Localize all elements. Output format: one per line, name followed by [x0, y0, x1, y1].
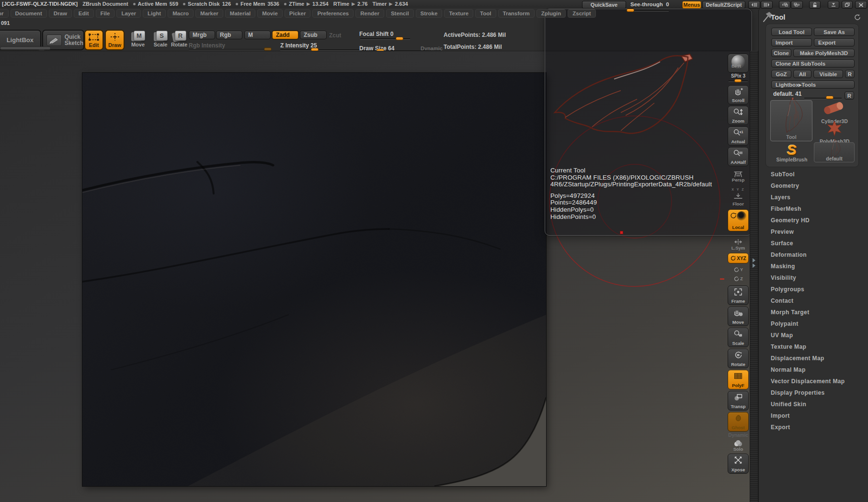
- menu-item[interactable]: Zscript: [568, 9, 595, 18]
- goz-all-button[interactable]: All: [793, 70, 811, 78]
- save-as-button[interactable]: Save As: [814, 28, 855, 36]
- actual-button[interactable]: x1 Actual: [728, 126, 749, 146]
- focal-shift-slider-handle[interactable]: [396, 37, 403, 40]
- tool-section-item[interactable]: Texture Map: [771, 341, 845, 353]
- close-button[interactable]: [855, 1, 867, 9]
- menu-item[interactable]: Macro: [168, 9, 194, 18]
- collapse-right-shelf-button[interactable]: [761, 1, 773, 9]
- transp-button[interactable]: Transp: [728, 391, 749, 411]
- minimize-button[interactable]: [828, 1, 839, 9]
- tool-section-item[interactable]: Preview: [771, 226, 845, 238]
- menu-item[interactable]: Document: [11, 9, 47, 18]
- mrgb-button[interactable]: Mrgb: [189, 31, 215, 39]
- xyz-button[interactable]: XYZ: [728, 253, 749, 263]
- menu-item[interactable]: Draw: [49, 9, 72, 18]
- frame-button[interactable]: Frame: [728, 285, 749, 305]
- menu-item[interactable]: Stencil: [386, 9, 414, 18]
- tool-section-item[interactable]: Geometry: [771, 180, 845, 192]
- menu-item[interactable]: Zplugin: [537, 9, 566, 18]
- lightbox-tools-button[interactable]: Lightbox▸Tools: [771, 80, 855, 89]
- floor-button[interactable]: X Y Z Floor: [728, 186, 749, 208]
- make-polymesh3d-button[interactable]: Make PolyMesh3D: [793, 49, 855, 57]
- tool-section-item[interactable]: Polygroups: [771, 284, 845, 295]
- tool-section-item[interactable]: Import: [771, 410, 845, 422]
- document-viewport[interactable]: [82, 73, 546, 486]
- tool-section-item[interactable]: Contact: [771, 295, 845, 307]
- local-button[interactable]: Local: [728, 209, 749, 231]
- tool-section-item[interactable]: Masking: [771, 261, 845, 272]
- tool-section-item[interactable]: UV Map: [771, 330, 845, 341]
- goz-visible-button[interactable]: Visible: [813, 70, 843, 78]
- m-button[interactable]: M: [244, 31, 271, 39]
- menu-item[interactable]: Material: [225, 9, 255, 18]
- rgb-intensity-slider-track[interactable]: [189, 49, 271, 50]
- import-button[interactable]: Import: [771, 38, 812, 46]
- panel-divider[interactable]: [750, 51, 758, 502]
- tool-section-item[interactable]: Normal Map: [771, 364, 845, 376]
- persp-button[interactable]: Persp: [728, 168, 749, 184]
- scale-shelf-button[interactable]: Scale: [728, 328, 749, 347]
- defaultzscript-button[interactable]: DefaultZScript: [702, 1, 745, 9]
- menu-item[interactable]: Preferences: [312, 9, 354, 18]
- solo-button[interactable]: Solo: [728, 437, 749, 453]
- menu-item[interactable]: Picker: [285, 9, 311, 18]
- current-tool-thumbnail[interactable]: Tool: [770, 100, 812, 141]
- spix-slider-handle[interactable]: [734, 79, 742, 82]
- edit-button[interactable]: Edit: [84, 30, 103, 50]
- menus-button[interactable]: Menus: [682, 1, 701, 9]
- see-through-slider-handle[interactable]: [627, 9, 634, 12]
- collapse-left-shelf-button[interactable]: [748, 1, 760, 9]
- tool-section-item[interactable]: SubTool: [771, 169, 845, 180]
- clone-button[interactable]: Clone: [771, 49, 791, 57]
- move-shelf-button[interactable]: Move: [728, 307, 749, 326]
- prev-layout-button[interactable]: [779, 1, 790, 9]
- tool-section-item[interactable]: Surface: [771, 238, 845, 249]
- tool-section-item[interactable]: Vector Displacement Map: [771, 376, 845, 387]
- zoom-button[interactable]: Zoom: [728, 106, 749, 125]
- zadd-button[interactable]: Zadd: [272, 31, 298, 39]
- tool-section-item[interactable]: Unified Skin: [771, 399, 845, 410]
- export-button[interactable]: Export: [814, 38, 855, 46]
- simplebrush-item[interactable]: S SimpleBrush: [773, 143, 811, 162]
- rgb-button[interactable]: Rgb: [216, 31, 242, 39]
- rotate-y-button[interactable]: Y: [728, 265, 749, 274]
- zsub-button[interactable]: Zsub: [300, 31, 327, 39]
- lsym-button[interactable]: L.Sym: [728, 237, 749, 252]
- goz-r-button[interactable]: R: [845, 70, 855, 78]
- quicksave-button[interactable]: QuickSave: [582, 1, 626, 9]
- move-tool[interactable]: M Move: [129, 31, 147, 47]
- menu-item[interactable]: Marker: [195, 9, 223, 18]
- tool-section-item[interactable]: Visibility: [771, 272, 845, 284]
- ghost-button[interactable]: Ghost: [728, 412, 749, 432]
- menu-item[interactable]: Light: [143, 9, 166, 18]
- menu-item[interactable]: Render: [355, 9, 384, 18]
- tool-section-item[interactable]: Deformation: [771, 249, 845, 261]
- menu-item[interactable]: Movie: [257, 9, 283, 18]
- tool-section-item[interactable]: Layers: [771, 192, 845, 203]
- menu-item[interactable]: File: [96, 9, 115, 18]
- clone-all-subtools-button[interactable]: Clone All SubTools: [771, 59, 855, 68]
- next-layout-button[interactable]: [791, 1, 803, 9]
- tool-section-item[interactable]: Export: [771, 422, 845, 433]
- tool-r-button[interactable]: R: [845, 91, 854, 100]
- xpose-button[interactable]: Xpose: [728, 454, 749, 474]
- horizontal-scrollbar[interactable]: [0, 46, 51, 50]
- menu-item[interactable]: Layer: [116, 9, 141, 18]
- default-tool-thumbnail[interactable]: default: [814, 142, 855, 162]
- rotate-z-button[interactable]: Z: [728, 274, 749, 284]
- tool-section-item[interactable]: Polypaint: [771, 318, 845, 330]
- rotate-tool[interactable]: R Rotate: [170, 31, 189, 47]
- polyf-button[interactable]: PolyF: [728, 370, 749, 389]
- menu-item[interactable]: or: [0, 9, 9, 18]
- tool-section-item[interactable]: Displacement Map: [771, 353, 845, 364]
- menu-item[interactable]: Edit: [74, 9, 94, 18]
- menu-item[interactable]: Tool: [475, 9, 496, 18]
- menu-item[interactable]: Stroke: [416, 9, 443, 18]
- tool-section-item[interactable]: FiberMesh: [771, 203, 845, 215]
- load-tool-button[interactable]: Load Tool: [771, 28, 812, 36]
- aahalf-button[interactable]: AAHalf: [728, 147, 749, 166]
- tool-section-item[interactable]: Display Properties: [771, 387, 845, 399]
- lock-button[interactable]: [809, 1, 821, 9]
- goz-button[interactable]: GoZ: [771, 70, 791, 78]
- rotate-shelf-button[interactable]: Rotate: [728, 349, 749, 368]
